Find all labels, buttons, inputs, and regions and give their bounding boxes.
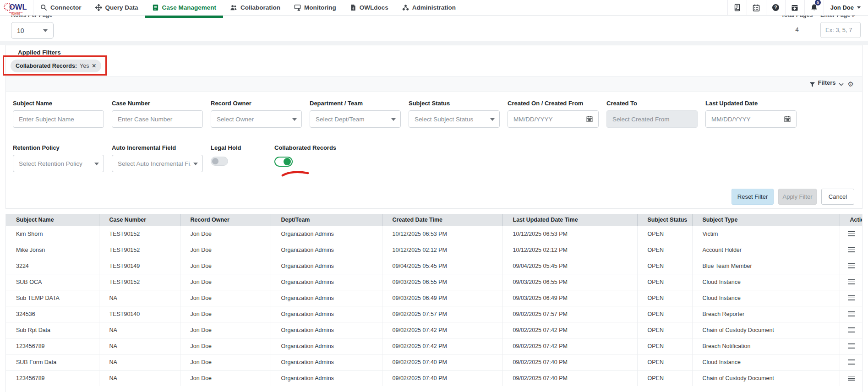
cell-subject-status: OPEN: [637, 290, 692, 306]
cancel-button[interactable]: Cancel: [821, 189, 854, 205]
cell-subject-name: 123456789: [6, 338, 99, 354]
cell-record-owner: Jon Doe: [180, 226, 271, 242]
contract-report-button[interactable]: [727, 0, 747, 15]
cell-record-owner: Jon Doe: [180, 274, 271, 290]
collaborated-records-toggle[interactable]: [274, 157, 293, 167]
retention-policy-select[interactable]: Select Retention Policy: [13, 155, 104, 172]
table-row: Mike JonsnTEST90152Jon DoeOrganization A…: [6, 242, 863, 258]
table-row: 123456789NAJon DoeOrganization Admins09/…: [6, 370, 863, 386]
cell-dept-team: Organization Admins: [271, 370, 382, 386]
cell-subject-status: OPEN: [637, 370, 692, 386]
rows-per-page-select[interactable]: 10: [11, 22, 54, 39]
chip-close-icon[interactable]: ×: [92, 62, 96, 70]
case-management-page: OWL INTELLIGENCE PLATFORM Connector Quer…: [0, 0, 868, 392]
col-action: Action: [840, 214, 863, 226]
cell-record-owner: Jon Doe: [180, 322, 271, 338]
nav-item-administration[interactable]: Administration: [395, 0, 463, 15]
row-actions-menu-icon[interactable]: [848, 327, 855, 332]
nav-item-monitoring[interactable]: Monitoring: [287, 0, 343, 15]
owl-logo[interactable]: OWL INTELLIGENCE PLATFORM: [0, 0, 33, 15]
row-actions-menu-icon[interactable]: [848, 359, 855, 364]
row-actions-menu-icon[interactable]: [848, 279, 855, 284]
subject-name-input[interactable]: [19, 116, 98, 123]
col-case-number: Case Number: [99, 214, 180, 226]
select-placeholder: Select Retention Policy: [19, 160, 82, 167]
field-label: Legal Hold: [211, 144, 267, 151]
notifications-button[interactable]: 0: [804, 0, 824, 15]
dept-team-select[interactable]: Select Dept/Team: [310, 110, 401, 128]
nav-item-owldocs[interactable]: OWLdocs: [343, 0, 395, 15]
legal-hold-toggle[interactable]: [211, 157, 228, 166]
row-actions-menu-icon[interactable]: [848, 247, 855, 252]
applied-filter-chip[interactable]: Collaborated Records: Yes ×: [11, 60, 101, 72]
row-actions-menu-icon[interactable]: [848, 311, 855, 316]
cell-action: [840, 370, 863, 386]
gear-icon[interactable]: ⚙: [848, 80, 854, 88]
subject-status-select[interactable]: Select Subject Status: [409, 110, 500, 128]
cell-case-number: NA: [99, 370, 180, 386]
row-actions-menu-icon[interactable]: [848, 343, 855, 348]
nav-item-connector[interactable]: Connector: [33, 0, 88, 15]
cell-case-number: TEST90152: [99, 242, 180, 258]
field-auto-incremental: Auto Incremental Field Select Auto Incre…: [112, 144, 203, 172]
svg-text:PLATFORM: PLATFORM: [11, 13, 20, 14]
cell-dept-team: Organization Admins: [271, 322, 382, 338]
table-row: 324536TEST90140Jon DoeOrganization Admin…: [6, 306, 863, 322]
field-created-to: Created To: [606, 100, 698, 128]
cell-subject-name: 123456789: [6, 370, 99, 386]
apply-filter-button[interactable]: Apply Filter: [778, 189, 817, 205]
field-label: Collaborated Records: [274, 144, 366, 151]
cell-case-number: TEST90152: [99, 274, 180, 290]
package-button[interactable]: [785, 0, 804, 15]
cell-created-date-time: 09/02/2025 07:40 PM: [382, 370, 502, 386]
reset-filter-button[interactable]: Reset Filter: [732, 189, 774, 205]
auto-incremental-select[interactable]: Select Auto Incremental Fi...: [112, 155, 203, 172]
filters-expand-toggle[interactable]: Filters: [809, 79, 844, 90]
cell-subject-name: 3224: [6, 258, 99, 274]
applied-filters-title: Applied Filters: [18, 49, 61, 56]
row-actions-menu-icon[interactable]: [848, 231, 855, 236]
calendar-icon[interactable]: [784, 116, 791, 122]
cell-dept-team: Organization Admins: [271, 338, 382, 354]
field-label: Created To: [606, 100, 698, 107]
nav-item-case-management[interactable]: Case Management: [145, 0, 224, 15]
help-button[interactable]: ?: [766, 0, 785, 15]
cell-dept-team: Organization Admins: [271, 274, 382, 290]
field-legal-hold: Legal Hold: [211, 144, 267, 172]
select-placeholder: Select Subject Status: [415, 116, 473, 123]
pagination-bar: Rows Per Page 10 Total Pages 4 Enter Pag…: [0, 16, 868, 41]
nav-item-collaboration[interactable]: Collaboration: [223, 0, 287, 15]
row-actions-menu-icon[interactable]: [848, 295, 855, 300]
case-number-input[interactable]: [118, 116, 197, 123]
document-download-icon: [350, 4, 356, 11]
record-owner-select[interactable]: Select Owner: [211, 110, 302, 128]
cell-subject-status: OPEN: [637, 226, 692, 242]
cell-action: [840, 306, 863, 322]
rows-per-page-label: Rows Per Page: [11, 16, 54, 20]
cell-subject-status: OPEN: [637, 258, 692, 274]
cell-subject-status: OPEN: [637, 338, 692, 354]
enter-page-input[interactable]: [820, 22, 861, 38]
cell-subject-status: OPEN: [637, 354, 692, 370]
cell-case-number: TEST90152: [99, 226, 180, 242]
nav-item-label: Query Data: [105, 4, 138, 11]
cell-subject-name: Kim Shorn: [6, 226, 99, 242]
calendar-button[interactable]: [747, 0, 766, 15]
row-actions-menu-icon[interactable]: [848, 263, 855, 268]
created-to-input: [612, 116, 692, 123]
row-actions-menu-icon[interactable]: [848, 376, 855, 381]
created-from-input[interactable]: [513, 116, 586, 123]
records-table: Subject Name Case Number Record Owner De…: [5, 214, 863, 392]
calendar-icon[interactable]: [586, 116, 593, 122]
chip-value: Yes: [80, 63, 89, 69]
last-updated-date-input[interactable]: [711, 116, 784, 123]
cell-created-date-time: 09/02/2025 07:40 PM: [382, 354, 502, 370]
cell-record-owner: Jon Doe: [180, 258, 271, 274]
cell-subject-name: 324536: [6, 306, 99, 322]
cell-subject-type: Chain of Custody Document: [692, 370, 840, 386]
user-menu[interactable]: Jon Doe: [824, 0, 868, 15]
nav-item-query-data[interactable]: Query Data: [88, 0, 145, 15]
cell-dept-team: Organization Admins: [271, 242, 382, 258]
field-label: Record Owner: [211, 100, 302, 107]
nav-item-label: Case Management: [162, 4, 217, 11]
